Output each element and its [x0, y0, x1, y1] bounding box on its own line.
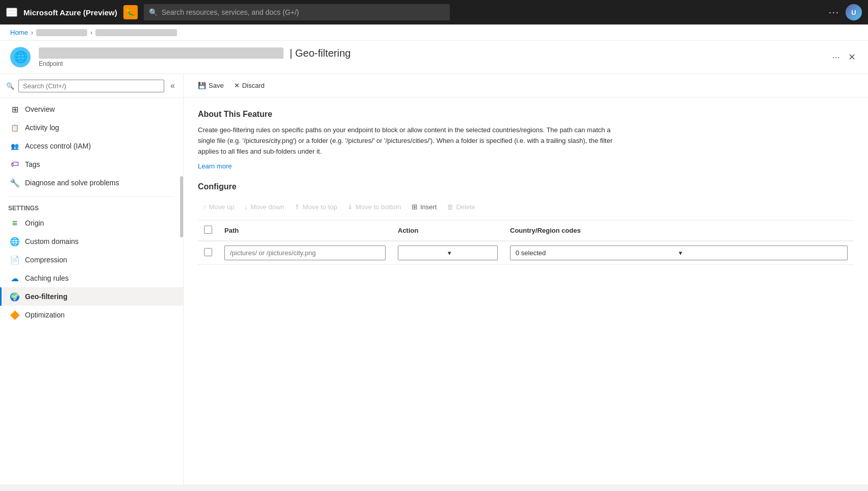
- sidebar-item-geo-filtering[interactable]: 🌍 Geo-filtering: [0, 287, 183, 306]
- sidebar: 🔍 « ⊞ Overview 📋 Activity log 👥 Access c…: [0, 74, 184, 484]
- config-table: Path Action Country/Region codes: [198, 220, 854, 265]
- page-header-actions: ··· ✕: [830, 50, 858, 65]
- sidebar-item-activity-log[interactable]: 📋 Activity log: [0, 118, 183, 137]
- insert-icon: ⊞: [412, 203, 418, 211]
- action-bar: ↑ Move up ↓ Move down ⇑ Move to top ⇓ Mo…: [198, 200, 854, 220]
- select-all-checkbox[interactable]: [204, 226, 212, 234]
- global-search-input[interactable]: [162, 8, 445, 16]
- feature-section: About This Feature Create geo-filtering …: [184, 97, 643, 182]
- move-down-icon: ↓: [244, 203, 248, 211]
- sidebar-item-label-compression: Compression: [25, 256, 67, 264]
- breadcrumb-sep-2: ›: [90, 29, 92, 36]
- sidebar-nav: ⊞ Overview 📋 Activity log 👥 Access contr…: [0, 98, 183, 326]
- sidebar-item-label-custom-domains: Custom domains: [25, 237, 79, 245]
- sidebar-item-label-origin: Origin: [25, 219, 44, 227]
- region-dropdown[interactable]: 0 selected ▾: [510, 245, 848, 260]
- move-to-top-label: Move to top: [302, 203, 337, 211]
- more-options-icon[interactable]: ···: [829, 7, 839, 18]
- notification-icon[interactable]: 🐛: [123, 5, 138, 19]
- page-icon: 🌐: [10, 47, 31, 67]
- action-dropdown-arrow: ▾: [448, 249, 492, 257]
- sidebar-collapse-button[interactable]: «: [168, 79, 177, 92]
- move-up-button[interactable]: ↑ Move up: [198, 200, 239, 214]
- search-icon: 🔍: [149, 8, 158, 16]
- sidebar-item-label-optimization: Optimization: [25, 311, 65, 319]
- top-bar-right: ··· U: [829, 4, 862, 20]
- page-header-subtitle: Endpoint: [39, 60, 822, 67]
- activity-log-icon: 📋: [10, 122, 20, 133]
- discard-button[interactable]: ✕ Discard: [230, 79, 269, 92]
- caching-rules-icon: ☁: [10, 273, 20, 283]
- region-dropdown-value: 0 selected: [516, 249, 679, 257]
- row-action-cell: ▾: [392, 241, 504, 265]
- table-header-row: Path Action Country/Region codes: [198, 220, 854, 241]
- sidebar-search-area: 🔍 «: [0, 74, 183, 98]
- insert-label: Insert: [420, 203, 437, 211]
- delete-icon: 🗑: [447, 203, 453, 211]
- sidebar-search-icon: 🔍: [6, 82, 14, 90]
- breadcrumb-blur-1: [36, 29, 87, 36]
- sidebar-item-diagnose[interactable]: 🔧 Diagnose and solve problems: [0, 174, 183, 192]
- page-header: 🌐 | Geo-filtering Endpoint ··· ✕: [0, 41, 868, 74]
- avatar[interactable]: U: [846, 4, 862, 20]
- row-region-cell: 0 selected ▾: [504, 241, 854, 265]
- sidebar-divider: [8, 196, 175, 197]
- breadcrumb-home[interactable]: Home: [10, 29, 28, 36]
- move-to-bottom-label: Move to bottom: [355, 203, 401, 211]
- diagnose-icon: 🔧: [10, 178, 20, 188]
- col-action-header: Action: [392, 220, 504, 241]
- region-dropdown-arrow: ▾: [679, 249, 842, 257]
- sidebar-item-optimization[interactable]: 🔶 Optimization: [0, 306, 183, 324]
- sidebar-item-label-overview: Overview: [25, 105, 55, 113]
- col-region-header: Country/Region codes: [504, 220, 854, 241]
- path-input[interactable]: [224, 245, 386, 260]
- content-area: 💾 Save ✕ Discard About This Feature Crea…: [184, 74, 868, 484]
- save-label: Save: [209, 82, 224, 89]
- sidebar-scrollbar-thumb: [180, 176, 183, 237]
- row-checkbox-cell: [198, 241, 218, 265]
- custom-domains-icon: 🌐: [10, 236, 20, 247]
- delete-button[interactable]: 🗑 Delete: [442, 200, 480, 214]
- top-bar: Microsoft Azure (Preview) 🐛 🔍 ··· U: [0, 0, 868, 24]
- sidebar-item-origin[interactable]: ≡ Origin: [0, 214, 183, 232]
- save-icon: 💾: [198, 82, 206, 89]
- access-control-icon: 👥: [10, 141, 20, 151]
- row-checkbox[interactable]: [204, 248, 212, 256]
- tags-icon: 🏷: [10, 159, 20, 169]
- close-button[interactable]: ✕: [846, 50, 858, 65]
- geo-filtering-icon: 🌍: [10, 291, 20, 302]
- move-to-top-button[interactable]: ⇑ Move to top: [289, 200, 342, 214]
- sidebar-item-overview[interactable]: ⊞ Overview: [0, 100, 183, 118]
- delete-label: Delete: [456, 203, 475, 211]
- move-down-button[interactable]: ↓ Move down: [239, 200, 289, 214]
- move-to-bottom-icon: ⇓: [347, 203, 353, 211]
- save-button[interactable]: 💾 Save: [194, 79, 228, 92]
- sidebar-item-compression[interactable]: 📄 Compression: [0, 251, 183, 269]
- col-path-header: Path: [218, 220, 392, 241]
- insert-button[interactable]: ⊞ Insert: [406, 200, 442, 214]
- compression-icon: 📄: [10, 255, 20, 265]
- page-title-blur: [39, 47, 284, 59]
- sidebar-item-caching-rules[interactable]: ☁ Caching rules: [0, 269, 183, 287]
- settings-section-title: Settings: [0, 201, 183, 214]
- hamburger-button[interactable]: [6, 8, 17, 17]
- move-to-top-icon: ⇑: [294, 203, 300, 211]
- breadcrumb-blur-2: [95, 29, 177, 36]
- global-search-bar: 🔍: [144, 4, 450, 20]
- origin-icon: ≡: [10, 218, 20, 228]
- sidebar-item-access-control[interactable]: 👥 Access control (IAM): [0, 137, 183, 155]
- configure-section: Configure ↑ Move up ↓ Move down ⇑ Move t…: [184, 182, 868, 277]
- move-to-bottom-button[interactable]: ⇓ Move to bottom: [342, 200, 406, 214]
- more-options-button[interactable]: ···: [830, 50, 842, 65]
- sidebar-item-label-iam: Access control (IAM): [25, 142, 91, 150]
- app-title: Microsoft Azure (Preview): [23, 8, 117, 17]
- main-layout: 🔍 « ⊞ Overview 📋 Activity log 👥 Access c…: [0, 74, 868, 484]
- sidebar-item-tags[interactable]: 🏷 Tags: [0, 155, 183, 174]
- sidebar-item-label-tags: Tags: [25, 160, 40, 168]
- learn-more-link[interactable]: Learn more: [198, 162, 232, 170]
- sidebar-search-input[interactable]: [18, 80, 164, 92]
- discard-icon: ✕: [234, 82, 240, 89]
- action-dropdown[interactable]: ▾: [398, 245, 498, 260]
- table-row: ▾ 0 selected ▾: [198, 241, 854, 265]
- sidebar-item-custom-domains[interactable]: 🌐 Custom domains: [0, 232, 183, 251]
